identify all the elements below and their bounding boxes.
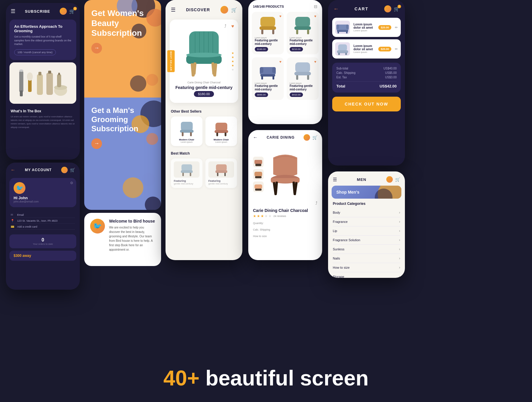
gear-icon[interactable]: ⚙ [70, 181, 73, 185]
menu-icon-discover[interactable]: ☰ [171, 7, 176, 13]
shipping-label: Calc. Shipping [336, 71, 355, 74]
avatar[interactable] [60, 8, 67, 15]
category-row-fragrance-sol[interactable]: Fragrance Solution › [333, 236, 400, 245]
seller-item-1[interactable]: Modern Chair Lorem ipsum [171, 116, 202, 146]
subscribe-title: SUBSCRIBE [25, 9, 50, 14]
info-row-card[interactable]: 💳 Add a credit card [11, 224, 75, 230]
cart-chair-svg [336, 43, 349, 55]
cart-icon[interactable]: 🛒 [70, 168, 75, 172]
whats-in-box: What's In The Box Ut enim ad minim venia… [6, 106, 80, 132]
cart-back-icon[interactable]: ← [333, 6, 339, 12]
thumb-2[interactable] [253, 169, 264, 180]
product-card-2[interactable]: ♥ Lorem ipsum Featuring gentle mid-centu… [287, 12, 319, 54]
product-name: Featuring gentle mid-century [174, 85, 233, 90]
detail-star-2: ★ [257, 214, 260, 218]
men-banner-label: Shop Men's [336, 190, 359, 194]
heart-icon-3[interactable]: ♥ [279, 60, 281, 64]
welcome-avatar: 🐦 [90, 219, 105, 234]
product-image-2 [290, 15, 316, 35]
share-icon[interactable]: ⤴ [224, 24, 226, 28]
prod-name-3: Featuring gentle mid-century [255, 84, 281, 91]
category-row-lip[interactable]: Lip › [333, 226, 400, 236]
seller-name-1: Modern Chair [174, 138, 200, 141]
heart-icon-2[interactable]: ♥ [314, 14, 316, 18]
detail-cart-icon[interactable]: 🛒 [312, 135, 317, 140]
cart-wrapper[interactable]: 🛒 1 [69, 9, 75, 14]
checkout-button[interactable]: CHECK OUT NOW [332, 97, 401, 111]
match-item-1[interactable]: Featuring gentle mid-century [171, 158, 202, 188]
back-arrow-icon[interactable]: ← [11, 167, 15, 173]
seller-item-2[interactable]: Modern Chair Lorem ipsum [205, 116, 237, 146]
cart-icon-wrapper[interactable]: 🛒 2 [394, 6, 400, 12]
category-row-sunless[interactable]: Sunless › [333, 245, 400, 254]
womens-arrow-button[interactable]: → [91, 43, 102, 54]
price-button[interactable]: 10$ / month (cancel any time) [14, 49, 56, 55]
svg-rect-51 [272, 67, 276, 73]
svg-rect-29 [215, 123, 227, 131]
svg-rect-57 [296, 75, 298, 80]
svg-rect-25 [181, 122, 193, 131]
size-label: How to size [253, 235, 267, 238]
svg-rect-47 [296, 30, 298, 34]
product-card-3[interactable]: ♥ Lorem ipsum Featuring gentle mid-centu… [252, 57, 284, 100]
edit-icon-2[interactable]: ✏ [395, 47, 398, 51]
svg-rect-8 [48, 71, 51, 74]
quantity-field: Quantity: [253, 220, 317, 225]
thumb-chair-2 [254, 170, 263, 179]
seller-name-2: Modern Chair [208, 138, 234, 141]
thumb-3[interactable] [253, 181, 264, 192]
category-row-body[interactable]: Body › [333, 208, 400, 217]
seller-sub-1: Lorem ipsum [174, 141, 200, 143]
category-row-howto[interactable]: How to size › [333, 263, 400, 272]
men-cart-icon[interactable]: 🛒 [395, 177, 400, 182]
product-image-1 [255, 15, 281, 35]
profile-card: ⚙ 🐦 Hi John john.doe@email.com [9, 178, 76, 207]
prod-price-3: $690.00 [255, 93, 268, 97]
men-menu-icon[interactable]: ☰ [333, 177, 337, 182]
category-label-storage: Storage [333, 275, 344, 278]
match-item-2[interactable]: Featuring gentle mid-century [205, 158, 237, 188]
match-sub-2: gentle mid-century [208, 182, 234, 185]
men-header: ☰ MEN 🛒 [328, 171, 405, 186]
back-icon[interactable]: ← [253, 135, 258, 140]
product-sublabel: Carie Dining Chair Charcoal [174, 81, 233, 84]
product-card-4[interactable]: ♥ Lorem ipsum Featuring gentle mid-centu… [287, 57, 319, 100]
svg-rect-72 [336, 25, 339, 29]
svg-rect-73 [346, 25, 349, 29]
svg-rect-11 [57, 74, 61, 87]
cart-item-info-1: Lorem ipsum dolor sit amet Lorem ipsum [353, 23, 375, 32]
category-row-storage[interactable]: Storage › [333, 272, 400, 278]
detail-share-icon[interactable]: ⤴ [315, 201, 317, 205]
match-title-2: Featuring [208, 179, 234, 182]
edit-icon-1[interactable]: ✏ [395, 25, 398, 30]
svg-point-1 [19, 69, 23, 72]
svg-rect-77 [338, 44, 347, 51]
mens-arrow-button[interactable]: → [91, 138, 102, 149]
order-summary: Sub-total US$40.00 Calc. Shipping US$5.0… [332, 63, 401, 93]
total-value: US$42.00 [379, 84, 397, 88]
phone-account: ← MY ACCOUNT 🛒 ⚙ 🐦 Hi John john.doe@emai… [6, 163, 80, 290]
prod-label-1: Lorem ipsum [255, 37, 281, 39]
heart-icon-4[interactable]: ♥ [314, 60, 316, 64]
circle-b4 [123, 177, 143, 198]
heart-icon[interactable]: ♥ [231, 24, 234, 29]
hero-body: Get a monthly curated box of 5 top-shelf… [14, 35, 72, 46]
discover-cart-icon[interactable]: 🛒 [231, 7, 237, 13]
tax-value: US$3.00 [385, 76, 397, 79]
menu-icon[interactable]: ☰ [11, 8, 15, 14]
circle-b3 [142, 173, 155, 186]
product-card-1[interactable]: ♥ Lorem ipsum Featuring gentle mid-centu… [252, 12, 284, 54]
category-label-nails: Nails [333, 257, 340, 260]
category-row-fragrance[interactable]: Fragrance › [333, 217, 400, 226]
cart-item-sub-2: Lorem ipsum [353, 51, 375, 54]
thumb-1[interactable] [253, 157, 264, 167]
whats-in-box-body: Ut enim ad minim veniam, quis nost'ur ex… [11, 115, 75, 129]
filter-icon[interactable]: ⊟ [314, 4, 317, 9]
mens-sub-card: Get a Man's Grooming Subscription → [84, 98, 161, 210]
svg-rect-6 [38, 72, 41, 75]
heart-icon-1[interactable]: ♥ [279, 14, 281, 18]
men-header-icons: 🛒 [386, 176, 400, 183]
category-row-nails[interactable]: Nails › [333, 254, 400, 263]
svg-rect-30 [215, 130, 228, 133]
discover-header: ☰ DISCOVER 🛒 [166, 0, 242, 17]
